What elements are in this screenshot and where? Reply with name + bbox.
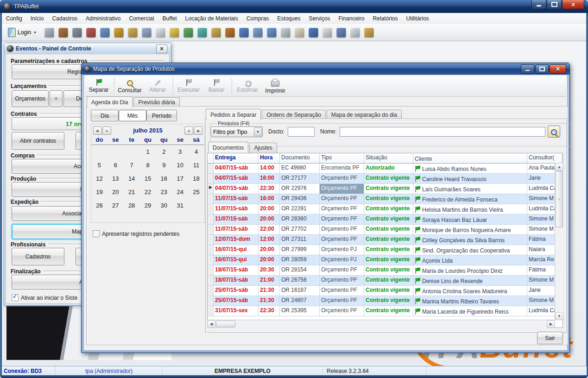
day-27[interactable]: 27 — [107, 202, 124, 209]
search-button[interactable] — [548, 126, 560, 138]
scroll-left-icon[interactable]: ◀ — [207, 320, 215, 328]
copy-documents-icon[interactable] — [142, 28, 152, 38]
day-18[interactable]: 18 — [188, 175, 204, 182]
add-user-icon[interactable] — [336, 28, 346, 38]
nome-input[interactable] — [340, 127, 545, 137]
folders-icon[interactable] — [128, 28, 138, 38]
menu-item-6[interactable]: Locação de Materiais — [181, 13, 242, 24]
prev-month-button[interactable]: ‹ — [102, 126, 111, 135]
sair-button[interactable]: Sair — [537, 332, 563, 344]
day-19[interactable]: 19 — [91, 189, 107, 195]
menu-item-10[interactable]: Financeiro — [334, 13, 368, 24]
prev-year-button[interactable]: « — [93, 126, 102, 135]
mapa-titlebar[interactable]: Mapa de Separação de Produtos ✕ — [82, 63, 569, 75]
day-11[interactable]: 11 — [188, 162, 204, 169]
day-15[interactable]: 15 — [140, 175, 156, 182]
day-28[interactable]: 28 — [124, 202, 140, 209]
day-25[interactable]: 25 — [188, 189, 204, 195]
envelope-icon[interactable] — [281, 28, 291, 38]
schedule-table-icon[interactable] — [100, 28, 110, 38]
col-header-2[interactable]: Documento — [280, 153, 320, 164]
users-icon[interactable] — [86, 28, 96, 38]
design-tools-icon[interactable] — [267, 28, 277, 38]
day-13[interactable]: 13 — [107, 175, 124, 182]
col-header-6[interactable]: Consultor( — [527, 153, 563, 164]
table-row[interactable]: 25/07/15-sáb21:30OR 16187Orçamento PFCon… — [208, 286, 563, 296]
menu-item-9[interactable]: Serviços — [304, 13, 334, 24]
col-header-1[interactable]: Hora — [259, 153, 280, 164]
ativar-checkbox[interactable] — [12, 294, 19, 301]
calendar-icon[interactable] — [309, 28, 318, 38]
day-16[interactable]: 16 — [156, 175, 172, 182]
day-6[interactable]: 6 — [107, 162, 124, 169]
next-month-button[interactable]: › — [184, 126, 193, 135]
col-header-0[interactable]: Entrega — [214, 153, 259, 164]
menu-item-12[interactable]: Utilitários — [402, 13, 433, 24]
tools-icon[interactable] — [72, 28, 82, 38]
table-row[interactable]: 16/07/15-qui20:00OR 27999Orçamento PJCon… — [208, 245, 563, 255]
menu-item-7[interactable]: Compras — [242, 13, 273, 24]
clipboard-icon[interactable] — [183, 28, 193, 38]
menu-item-3[interactable]: Administrativo — [82, 13, 125, 24]
daily-calendar-icon[interactable] — [322, 28, 332, 38]
mapa-close-button[interactable]: ✕ — [550, 64, 566, 74]
print-share-icon[interactable] — [44, 28, 54, 38]
horizontal-scrollbar[interactable]: ◀ ▶ — [207, 320, 555, 328]
notepad-icon[interactable] — [170, 28, 179, 38]
eventos-close-button[interactable]: ✕ — [156, 44, 167, 53]
separar-toolbar-button[interactable]: Separar — [85, 77, 113, 95]
day-26[interactable]: 26 — [91, 202, 107, 209]
sticky-notes-icon[interactable] — [197, 28, 207, 38]
orcamentos-button[interactable]: Orçamentos — [12, 90, 49, 107]
table-row[interactable]: 31/07/15-sex22:30OR 25395Orçamento PFCon… — [208, 306, 563, 316]
day-31[interactable]: 31 — [172, 202, 188, 209]
menu-item-11[interactable]: Relatórios — [368, 13, 402, 24]
tab-pedidos-0[interactable]: Pedidos a Separar — [206, 109, 261, 120]
table-row[interactable]: 04/07/15-sáb16:00OR 27177Orçamento PFCon… — [208, 174, 563, 184]
phone-icon[interactable] — [114, 28, 124, 38]
table-row[interactable]: 18/07/15-sáb21:00OR 26758Orçamento PFCon… — [208, 276, 563, 286]
table-row[interactable]: 18/07/15-sáb20:30OR 28154Orçamento PFCon… — [208, 265, 563, 276]
mapa-maximize-button[interactable] — [535, 64, 549, 74]
vertical-scrollbar[interactable]: ▲ ≡ ▼ — [555, 163, 563, 320]
add-orcamento-button[interactable]: + — [50, 90, 63, 107]
menu-item-4[interactable]: Comercial — [125, 13, 158, 24]
table-row[interactable]: 11/07/15-sáb22:00OR 27702Orçamento PFCon… — [208, 225, 563, 235]
day-29[interactable]: 29 — [140, 202, 156, 209]
ativar-checkbox-row[interactable]: Ativar ao iniciar o Siste — [12, 294, 77, 301]
login-button[interactable]: Login ▼ — [5, 26, 40, 39]
address-book-icon[interactable] — [239, 28, 249, 38]
col-header-5[interactable]: Cliente — [413, 153, 527, 164]
menu-item-8[interactable]: Estoques — [273, 13, 304, 24]
table-row[interactable]: 11/07/15-sáb20:00OR 28360Orçamento PFCon… — [208, 214, 563, 225]
eventos-titlebar[interactable]: Eventos - Painel de Controle ✕ — [4, 43, 171, 54]
day-2[interactable]: 2 — [156, 148, 172, 155]
pending-checkbox-row[interactable]: Apresentar registros pendentes — [93, 230, 179, 237]
mapa-minimize-button[interactable] — [521, 64, 534, 74]
col-header-3[interactable]: Tipo — [320, 153, 364, 164]
day-9[interactable]: 9 — [156, 162, 172, 169]
pending-checkbox[interactable] — [93, 230, 100, 237]
table-row[interactable]: 12/07/15-dom12:00OR 27311Orçamento PFCon… — [208, 235, 563, 245]
tab-agenda-0[interactable]: Agenda do Dia — [87, 96, 133, 107]
table-row[interactable]: 16/07/15-qui20:00OR 28059Orçamento PJCon… — [208, 255, 563, 265]
edit-document-icon[interactable] — [350, 28, 360, 38]
day-22[interactable]: 22 — [140, 189, 156, 195]
titlebar[interactable]: TPABuffet × — [0, 0, 588, 13]
next-year-button[interactable]: » — [194, 126, 202, 135]
close-button[interactable]: × — [562, 0, 584, 9]
day-5[interactable]: 5 — [91, 162, 107, 169]
period-button-mês[interactable]: Mês — [119, 110, 146, 121]
minimize-button[interactable] — [531, 0, 546, 9]
briefcase-icon[interactable] — [225, 28, 235, 38]
checklist-icon[interactable] — [156, 28, 165, 38]
menu-item-0[interactable]: Config — [2, 13, 26, 24]
period-button-dia[interactable]: Dia — [91, 110, 119, 121]
tab-doc-1[interactable]: Ajustes — [249, 143, 277, 154]
vertical-scroll-thumb[interactable]: ≡ — [556, 171, 563, 227]
open-book-icon[interactable] — [253, 28, 263, 38]
filter-type-dropdown[interactable]: Filtro por Tipo ▼ — [211, 126, 263, 137]
docto-input[interactable] — [288, 127, 315, 137]
imprimir-toolbar-button[interactable]: Imprimir — [261, 77, 289, 95]
day-10[interactable]: 10 — [172, 162, 188, 169]
